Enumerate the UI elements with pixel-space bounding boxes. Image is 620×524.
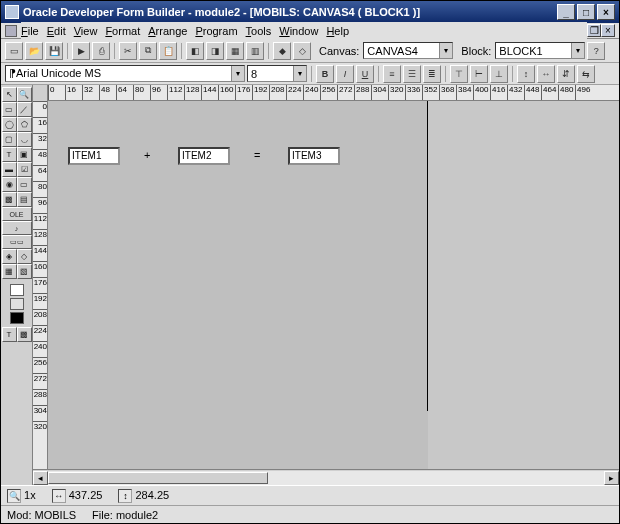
open-button[interactable]: 📂: [25, 42, 43, 60]
horizontal-ruler: 0163248648096112128144160176192208224240…: [33, 85, 619, 101]
textitem-tool[interactable]: ▭: [17, 177, 32, 192]
field-item1[interactable]: ITEM1: [68, 147, 120, 165]
toolbar-button-a[interactable]: ◧: [186, 42, 204, 60]
scroll-left-button[interactable]: ◂: [33, 471, 48, 485]
spacing-d-button[interactable]: ⇆: [577, 65, 595, 83]
chevron-down-icon[interactable]: ▾: [571, 43, 584, 58]
h-tick: 32: [82, 85, 93, 100]
scroll-thumb[interactable]: [48, 472, 268, 484]
roundrect-tool[interactable]: ▢: [2, 132, 17, 147]
menu-tools[interactable]: Tools: [246, 25, 272, 37]
vertical-middle-button[interactable]: ⊢: [470, 65, 488, 83]
close-button[interactable]: ×: [597, 4, 615, 20]
font-size-combo[interactable]: 8 ▾: [247, 65, 307, 82]
menu-edit[interactable]: Edit: [47, 25, 66, 37]
select-tool[interactable]: ↖: [2, 87, 17, 102]
spacing-b-button[interactable]: ↔: [537, 65, 555, 83]
chevron-down-icon[interactable]: ▾: [439, 43, 452, 58]
misc-tool-c[interactable]: ▦: [2, 264, 17, 279]
canvas-viewport[interactable]: ITEM1 + ITEM2 = ITEM3: [48, 101, 619, 469]
menu-file[interactable]: File: [21, 25, 39, 37]
mod-value: MOBILS: [35, 509, 77, 521]
app-window: Oracle Developer Form Builder - module2 …: [0, 0, 620, 524]
work-area: ↖🔍 ▭／ ◯⬠ ▢◡ T▣ ▬☑ ◉▭ ▩▤ OLE ♪ ▭▭ ◈◇ ▦▧ T…: [1, 85, 619, 485]
magnify-tool[interactable]: 🔍: [17, 87, 32, 102]
radio-tool[interactable]: ◉: [2, 177, 17, 192]
h-tick: 288: [354, 85, 369, 100]
underline-button[interactable]: U: [356, 65, 374, 83]
scroll-track[interactable]: [48, 471, 604, 485]
new-button[interactable]: ▭: [5, 42, 23, 60]
minimize-button[interactable]: _: [557, 4, 575, 20]
font-name-combo[interactable]: ⁋Arial Unicode MS ▾: [5, 65, 245, 82]
rect-tool[interactable]: ▭: [2, 102, 17, 117]
spacing-a-button[interactable]: ↕: [517, 65, 535, 83]
run-button[interactable]: ▶: [72, 42, 90, 60]
bold-button[interactable]: B: [316, 65, 334, 83]
mdi-doc-icon[interactable]: [5, 25, 17, 37]
text-tool[interactable]: T: [2, 147, 17, 162]
frame-tool[interactable]: ▣: [17, 147, 32, 162]
spacing-c-button[interactable]: ⇵: [557, 65, 575, 83]
field-item3[interactable]: ITEM3: [288, 147, 340, 165]
tool-palette: ↖🔍 ▭／ ◯⬠ ▢◡ T▣ ▬☑ ◉▭ ▩▤ OLE ♪ ▭▭ ◈◇ ▦▧ T…: [1, 85, 33, 485]
menu-window[interactable]: Window: [279, 25, 318, 37]
toolbar-button-b[interactable]: ◨: [206, 42, 224, 60]
misc-tool-d[interactable]: ▧: [17, 264, 32, 279]
menu-format[interactable]: Format: [105, 25, 140, 37]
maximize-button[interactable]: □: [577, 4, 595, 20]
text-swatch[interactable]: [10, 312, 24, 324]
toolbar-button-c[interactable]: ▦: [226, 42, 244, 60]
sound-tool[interactable]: ♪: [2, 221, 32, 235]
button-item-tool[interactable]: ▬: [2, 162, 17, 177]
poly-tool[interactable]: ⬠: [17, 117, 32, 132]
menu-arrange[interactable]: Arrange: [148, 25, 187, 37]
menu-program[interactable]: Program: [195, 25, 237, 37]
paste-button[interactable]: 📋: [159, 42, 177, 60]
vertical-bottom-button[interactable]: ⊥: [490, 65, 508, 83]
line-swatch[interactable]: [10, 298, 24, 310]
align-right-button[interactable]: ≣: [423, 65, 441, 83]
misc-tool-a[interactable]: ◈: [2, 249, 17, 264]
no-fill-button[interactable]: T: [2, 327, 17, 342]
misc-tool-b[interactable]: ◇: [17, 249, 32, 264]
h-tick: 400: [473, 85, 488, 100]
field-item2[interactable]: ITEM2: [178, 147, 230, 165]
save-button[interactable]: 💾: [45, 42, 63, 60]
menu-help[interactable]: Help: [326, 25, 349, 37]
chevron-down-icon[interactable]: ▾: [231, 66, 244, 81]
toolbar-button-f[interactable]: ◇: [293, 42, 311, 60]
toolbar-button-d[interactable]: ▥: [246, 42, 264, 60]
italic-button[interactable]: I: [336, 65, 354, 83]
align-center-button[interactable]: ☰: [403, 65, 421, 83]
chart-tool[interactable]: ▤: [17, 192, 32, 207]
scroll-right-button[interactable]: ▸: [604, 471, 619, 485]
image-tool[interactable]: ▩: [2, 192, 17, 207]
title-bar: Oracle Developer Form Builder - module2 …: [1, 1, 619, 23]
toolbar-button-e[interactable]: ◆: [273, 42, 291, 60]
menu-view[interactable]: View: [74, 25, 98, 37]
cut-button[interactable]: ✂: [119, 42, 137, 60]
chevron-down-icon[interactable]: ▾: [293, 66, 306, 81]
layout-editor-area[interactable]: ITEM1 + ITEM2 = ITEM3: [48, 101, 428, 411]
v-tick: 320: [33, 421, 48, 431]
line-tool[interactable]: ／: [17, 102, 32, 117]
pattern-button[interactable]: ▩: [17, 327, 32, 342]
print-button[interactable]: ⎙: [92, 42, 110, 60]
tab-tool[interactable]: ▭▭: [2, 235, 32, 249]
checkbox-tool[interactable]: ☑: [17, 162, 32, 177]
ole-tool[interactable]: OLE: [2, 207, 32, 221]
h-tick: 128: [184, 85, 199, 100]
ellipse-tool[interactable]: ◯: [2, 117, 17, 132]
help-button[interactable]: ?: [587, 42, 605, 60]
mdi-close-button[interactable]: ×: [601, 24, 615, 37]
fill-swatch[interactable]: [10, 284, 24, 296]
mdi-restore-button[interactable]: ❐: [587, 24, 601, 37]
arc-tool[interactable]: ◡: [17, 132, 32, 147]
vertical-top-button[interactable]: ⊤: [450, 65, 468, 83]
block-combo[interactable]: BLOCK1 ▾: [495, 42, 585, 59]
horizontal-scrollbar[interactable]: ◂ ▸: [33, 469, 619, 485]
canvas-combo[interactable]: CANVAS4 ▾: [363, 42, 453, 59]
copy-button[interactable]: ⧉: [139, 42, 157, 60]
align-left-button[interactable]: ≡: [383, 65, 401, 83]
